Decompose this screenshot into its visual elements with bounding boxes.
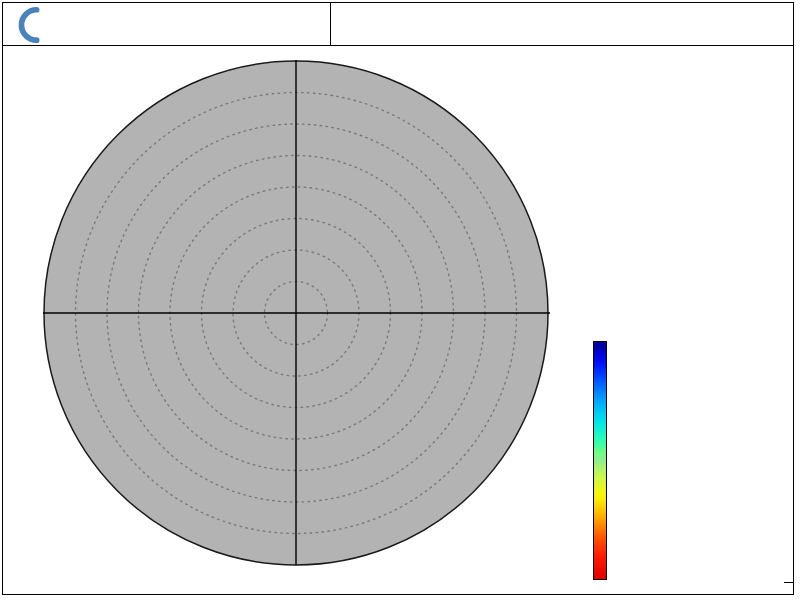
showskymap-window [0, 0, 800, 600]
version-label [784, 582, 793, 586]
doppler-colorbar [593, 341, 607, 580]
skymap-plot [0, 0, 800, 600]
